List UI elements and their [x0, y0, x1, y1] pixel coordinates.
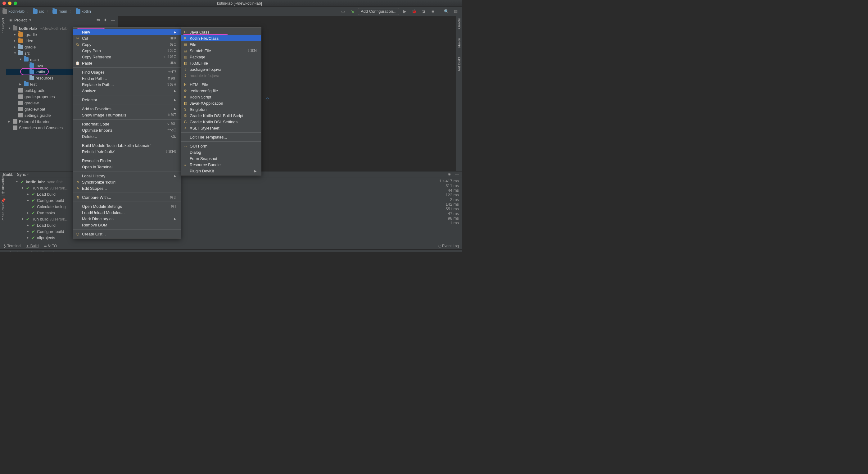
menu-item[interactable]: Rebuild '<default>'⇧⌘F9 — [73, 148, 181, 155]
menu-item[interactable]: ≡Resource Bundle — [181, 161, 261, 168]
tab-structure[interactable]: 7: Structure — [1, 203, 5, 221]
menu-item[interactable]: Reformat Code⌥⌘L — [73, 121, 181, 127]
menu-item[interactable]: ✂Cut⌘X — [73, 35, 181, 41]
tab-project[interactable]: 1: Project — [1, 18, 5, 33]
menu-item[interactable]: Copy Reference⌥⇧⌘C — [73, 54, 181, 60]
new-submenu[interactable]: CJava ClassKKotlin File/Class▤File▤Scrat… — [181, 27, 261, 176]
menu-item[interactable]: Copy Path⇧⌘C — [73, 48, 181, 54]
close-icon[interactable] — [2, 2, 6, 5]
debug-icon[interactable]: 🐞 — [410, 8, 418, 15]
gear-icon[interactable]: ✷ — [103, 18, 108, 22]
menu-shortcut: ⇧⌘F9 — [158, 149, 176, 154]
run-icon[interactable]: ▶ — [401, 8, 408, 15]
menu-item[interactable]: HHTML File — [181, 81, 261, 88]
minimize-icon[interactable] — [8, 2, 11, 5]
breadcrumb-kotlin[interactable]: kotlin — [76, 9, 91, 14]
maximize-icon[interactable] — [14, 2, 17, 5]
tree-path: ~/dev/kotlin-lab — [40, 26, 68, 31]
event-log-tab[interactable]: ◌ Event Log — [438, 244, 459, 248]
menu-item[interactable]: Edit File Templates... — [181, 134, 261, 140]
menu-item[interactable]: ⚙.editorconfig file — [181, 88, 261, 94]
menu-item[interactable]: Refactor▶ — [73, 97, 181, 103]
menu-item[interactable]: ▭GUI Form — [181, 143, 261, 149]
minimize-panel-icon[interactable]: — — [110, 18, 116, 22]
project-panel-title[interactable]: Project — [14, 18, 27, 22]
build-output-tree[interactable]: ▼✔ kotlin-lab: sync finis ▼✔ Run build /… — [6, 177, 425, 242]
menu-item-label: Gradle Kotlin DSL Settings — [190, 120, 238, 124]
menu-item[interactable]: ◧JavaFXApplication — [181, 100, 261, 106]
toggle-view-icon[interactable]: ▭ — [339, 8, 347, 15]
menu-item[interactable]: SSingleton — [181, 106, 261, 113]
gear-icon[interactable]: ✷ — [448, 172, 451, 177]
menu-item[interactable]: ⧉Copy⌘C — [73, 41, 181, 48]
menu-item[interactable]: ▥Package — [181, 54, 261, 60]
menu-item[interactable]: ↻Synchronize 'kotlin' — [73, 179, 181, 185]
sync-tab[interactable]: Sync × — [17, 172, 29, 177]
build-time: 551 ms — [428, 207, 459, 211]
close-icon[interactable]: × — [27, 172, 29, 176]
menu-item[interactable]: Form Snapshot — [181, 155, 261, 161]
menu-item[interactable]: Dialog — [181, 149, 261, 155]
menu-item[interactable]: Find in Path...⇧⌘F — [73, 75, 181, 81]
add-configuration-button[interactable]: Add Configuration... — [358, 8, 399, 15]
breadcrumb-main[interactable]: main — [53, 9, 67, 14]
stop-icon[interactable]: ■ — [429, 8, 436, 15]
menu-item[interactable]: ▤Scratch File⇧⌘N — [181, 48, 261, 54]
menu-item[interactable]: Optimize Imports^⌥O — [73, 127, 181, 133]
menu-item-label: Kotlin Script — [190, 95, 211, 99]
coverage-icon[interactable]: ◪ — [420, 8, 427, 15]
menu-item[interactable]: Load/Unload Modules... — [73, 209, 181, 215]
collapse-icon[interactable]: ⇆ — [96, 18, 101, 22]
build-row-label: Load build — [37, 192, 56, 197]
menu-item[interactable]: Show Image Thumbnails⇧⌘T — [73, 112, 181, 118]
tab-favorites[interactable]: 2: Favorites — [1, 175, 5, 194]
breadcrumb-root[interactable]: kotlin-lab — [2, 9, 25, 14]
menu-item[interactable]: XXSLT Stylesheet — [181, 125, 261, 131]
menu-item[interactable]: CJava Class — [181, 29, 261, 35]
menu-item[interactable]: ✎Edit Scopes... — [73, 185, 181, 191]
menu-item[interactable]: ◌Create Gist... — [73, 231, 181, 237]
menu-item[interactable]: Delete...⌫ — [73, 133, 181, 140]
chevron-down-icon[interactable]: ▼ — [29, 18, 32, 22]
menu-item[interactable]: Find Usages⌥F7 — [73, 69, 181, 75]
tool-window-icon[interactable]: ▢ — [3, 251, 6, 253]
menu-item[interactable]: Replace in Path...⇧⌘R — [73, 81, 181, 88]
context-menu[interactable]: New▶✂Cut⌘X⧉Copy⌘CCopy Path⇧⌘CCopy Refere… — [73, 27, 181, 239]
menu-item[interactable]: New▶ — [73, 29, 181, 35]
build-tab[interactable]: ✦ Build — [26, 244, 38, 248]
tab-maven[interactable]: Maven — [457, 38, 461, 48]
breadcrumb-label: src — [39, 9, 44, 14]
menu-item[interactable]: Add to Favorites▶ — [73, 106, 181, 112]
menu-item-label: Reveal in Finder — [82, 158, 112, 163]
minimize-panel-icon[interactable]: — — [455, 172, 459, 177]
build-hammer-icon[interactable]: ↘ — [349, 8, 356, 15]
menu-item[interactable]: ◧FXML File — [181, 60, 261, 66]
menu-item[interactable]: Remove BOM — [73, 222, 181, 228]
search-everywhere-icon[interactable]: 🔍 — [443, 8, 450, 15]
menu-item[interactable]: Build Module 'kotlin-lab.kotlin-lab.main… — [73, 142, 181, 148]
menu-item[interactable]: Jpackage-info.java — [181, 66, 261, 72]
view-mode-icon[interactable]: ▣ — [9, 18, 12, 22]
terminal-tab[interactable]: ❯ Terminal — [3, 244, 21, 248]
menu-item[interactable]: GGradle Kotlin DSL Build Script — [181, 113, 261, 119]
menu-item[interactable]: ⇅Compare With...⌘D — [73, 194, 181, 200]
menu-item[interactable]: ▤File — [181, 41, 261, 48]
menu-item[interactable]: KKotlin Script — [181, 94, 261, 100]
menu-item[interactable]: Reveal in Finder — [73, 157, 181, 164]
todo-tab[interactable]: ≣ 6: TO — [44, 244, 57, 248]
menu-shortcut: ⌥⇧⌘C — [155, 55, 176, 59]
menu-item[interactable]: Mark Directory as▶ — [73, 215, 181, 222]
menu-item[interactable]: KKotlin File/Class — [181, 35, 261, 41]
menu-item[interactable]: GGradle Kotlin DSL Settings — [181, 119, 261, 125]
menu-item[interactable]: Open Module Settings⌘↓ — [73, 203, 181, 209]
menu-item[interactable]: Local History▶ — [73, 173, 181, 179]
menu-item[interactable]: Analyze▶ — [73, 88, 181, 94]
menu-item[interactable]: Open in Terminal — [73, 164, 181, 170]
menu-shortcut: ⌘V — [163, 61, 176, 65]
menu-item[interactable]: Plugin DevKit▶ — [181, 168, 261, 174]
tab-ant[interactable]: Ant Build — [457, 57, 461, 71]
tab-gradle[interactable]: Gradle — [457, 18, 461, 29]
breadcrumb-src[interactable]: src — [33, 9, 44, 14]
menu-item[interactable]: 📋Paste⌘V — [73, 60, 181, 66]
ide-settings-icon[interactable]: ▤ — [452, 8, 460, 15]
